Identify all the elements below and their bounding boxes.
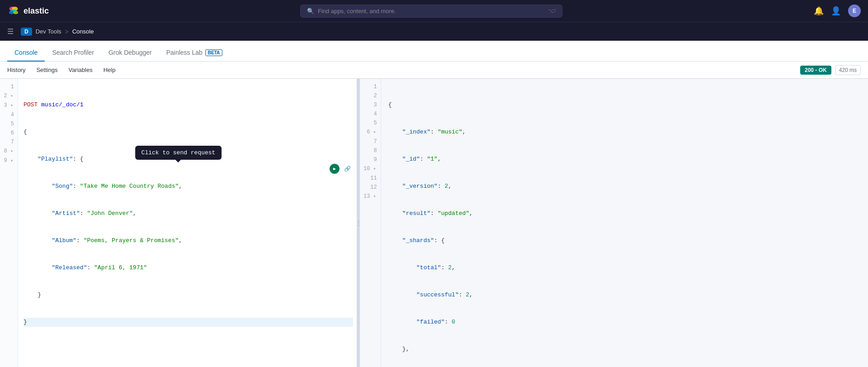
tab-grok-debugger-label: Grok Debugger [108, 49, 152, 56]
global-search[interactable]: 🔍 Find apps, content, and more. ⌥/ [300, 5, 562, 18]
line-num-4: 4 [0, 110, 18, 119]
search-icon: 🔍 [307, 8, 314, 14]
line-num-8: 8 ▾ [0, 147, 18, 156]
rcode-7: "total": 2, [388, 263, 473, 272]
breadcrumb-parent[interactable]: Dev Tools [36, 28, 61, 35]
tab-grok-debugger[interactable]: Grok Debugger [101, 44, 159, 62]
rcode-4: "_version": 2, [388, 182, 473, 191]
tab-painless-lab-label: Painless Lab [166, 49, 203, 56]
code-line-7: "Released": "April 6, 1971" [24, 263, 353, 272]
rln-13: 13 ▾ [360, 192, 381, 201]
tab-painless-lab[interactable]: Painless Lab BETA [159, 44, 230, 62]
rcode-6: "_shards": { [388, 236, 473, 245]
settings-button[interactable]: Settings [36, 67, 57, 73]
top-nav: elastic 🔍 Find apps, content, and more. … [0, 0, 868, 22]
toolbar: History Settings Variables Help 200 - OK… [0, 62, 868, 79]
code-line-4: "Song": "Take Me Home Country Roads", [24, 182, 353, 191]
line-num-7: 7 [0, 138, 18, 147]
line-num-3: 3 ▾ [0, 101, 18, 110]
copy-link-button[interactable]: 🔗 [342, 164, 352, 174]
rln-4: 4 [360, 110, 381, 119]
rcode-8: "successful": 2, [388, 291, 473, 300]
tab-search-profiler-label: Search Profiler [52, 49, 94, 56]
status-badge: 200 - OK [800, 66, 831, 75]
code-line-5: "Artist": "John Denver", [24, 209, 353, 218]
left-editor[interactable]: Click to send request ▶ 🔗 1 2 ▾ 3 ▾ 4 5 … [0, 79, 357, 367]
tab-console-label: Console [14, 49, 38, 56]
line-num-6: 6 [0, 129, 18, 138]
rln-3: 3 [360, 100, 381, 110]
rln-6: 6 ▾ [360, 128, 381, 137]
time-badge: 420 ms [835, 65, 861, 75]
code-area: 1 2 ▾ 3 ▾ 4 5 6 7 8 ▾ 9 ▾ POST music/_do… [0, 79, 357, 367]
breadcrumb-current: Console [72, 28, 94, 35]
line-num-1: 1 [0, 82, 18, 91]
rln-1: 1 [360, 82, 381, 91]
right-panel: 1 2 3 4 5 6 ▾ 7 8 9 10 ▾ 11 12 13 ▾ { "_… [360, 79, 868, 367]
run-button[interactable]: ▶ [330, 164, 340, 174]
nav-left: elastic [7, 5, 49, 17]
tab-console[interactable]: Console [7, 44, 45, 62]
action-buttons: ▶ 🔗 [330, 164, 352, 174]
rln-5: 5 [360, 119, 381, 128]
nav-right: 🔔 👤 E [814, 5, 861, 17]
line-num-5: 5 [0, 119, 18, 129]
rln-12: 12 [360, 183, 381, 192]
right-content: { "_index": "music", "_id": "1", "_versi… [381, 79, 476, 367]
beta-badge: BETA [205, 49, 222, 56]
rln-2: 2 [360, 91, 381, 100]
tab-bar: Console Search Profiler Grok Debugger Pa… [0, 41, 868, 62]
search-shortcut: ⌥/ [548, 8, 556, 14]
line-num-2: 2 ▾ [0, 91, 18, 101]
breadcrumb-separator: > [65, 28, 69, 35]
code-content[interactable]: POST music/_doc/1 { "Playlist": { "Song"… [18, 79, 357, 367]
rln-9: 9 [360, 155, 381, 164]
code-line-3: "Playlist": { [24, 155, 353, 164]
search-placeholder: Find apps, content, and more. [318, 8, 396, 14]
rcode-3: "_id": "1", [388, 155, 473, 164]
user-avatar[interactable]: E [848, 5, 861, 17]
user-menu-icon[interactable]: 👤 [831, 6, 841, 16]
history-button[interactable]: History [7, 67, 25, 73]
rcode-5: "result": "updated", [388, 209, 473, 218]
right-line-numbers: 1 2 3 4 5 6 ▾ 7 8 9 10 ▾ 11 12 13 ▾ [360, 79, 381, 367]
hamburger-menu[interactable]: ☰ [7, 27, 14, 36]
breadcrumb-bar: ☰ D Dev Tools > Console [0, 22, 868, 41]
code-line-1: POST music/_doc/1 [24, 100, 353, 110]
rcode-2: "_index": "music", [388, 128, 473, 137]
rcode-10: }, [388, 345, 473, 354]
rcode-9: "failed": 0 [388, 318, 473, 327]
elastic-logo-icon [7, 5, 20, 17]
code-line-8: } [24, 291, 353, 300]
code-line-2: { [24, 128, 353, 137]
rln-7: 7 [360, 137, 381, 146]
elastic-logo[interactable]: elastic [7, 5, 49, 17]
line-num-9: 9 ▾ [0, 156, 18, 166]
breadcrumb-badge: D [21, 28, 32, 36]
notifications-icon[interactable]: 🔔 [814, 6, 824, 16]
svg-point-5 [13, 11, 18, 14]
code-line-9: } [24, 318, 353, 327]
rln-10: 10 ▾ [360, 164, 381, 174]
editor-area: Click to send request ▶ 🔗 1 2 ▾ 3 ▾ 4 5 … [0, 79, 868, 367]
rln-11: 11 [360, 174, 381, 183]
right-code: 1 2 3 4 5 6 ▾ 7 8 9 10 ▾ 11 12 13 ▾ { "_… [360, 79, 868, 367]
tab-search-profiler[interactable]: Search Profiler [45, 44, 101, 62]
elastic-logo-text: elastic [24, 6, 49, 16]
rcode-1: { [388, 100, 473, 110]
rln-8: 8 [360, 146, 381, 155]
line-numbers: 1 2 ▾ 3 ▾ 4 5 6 7 8 ▾ 9 ▾ [0, 79, 18, 367]
help-button[interactable]: Help [104, 67, 116, 73]
variables-button[interactable]: Variables [68, 67, 92, 73]
code-line-6: "Album": "Poems, Prayers & Promises", [24, 236, 353, 245]
toolbar-right: 200 - OK 420 ms [800, 65, 861, 75]
